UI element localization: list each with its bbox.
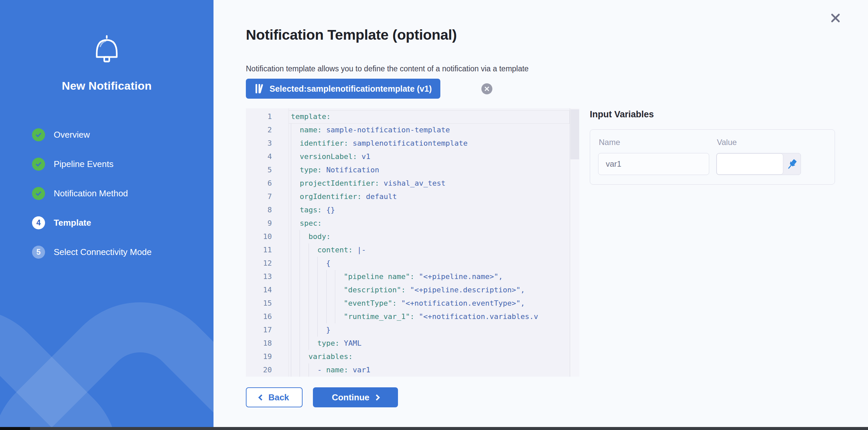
main-panel: Notification Template (optional) Notific… [214,0,868,430]
close-icon[interactable] [827,10,843,26]
code-line: 8tags: {} [246,203,580,217]
variable-value-input[interactable] [717,153,783,175]
sidebar-step-template[interactable]: 4Template [32,208,206,237]
code-line: 9spec: [246,217,580,230]
selected-template-label: Selected:samplenotificationtemplate (v1) [270,84,432,94]
step-check-icon [32,158,45,171]
continue-button[interactable]: Continue [313,387,398,407]
variable-name-input[interactable] [598,153,709,175]
chevron-right-icon [374,394,380,400]
step-number-badge: 5 [32,246,45,259]
wizard-sidebar: New Notification OverviewPipeline Events… [0,0,214,430]
line-number: 9 [246,217,272,230]
code-line: 3identifier: samplenotificationtemplate [246,137,580,150]
line-number: 10 [246,230,272,243]
window-bottom-edge-corner [0,427,30,430]
code-line: 17} [246,323,580,337]
line-number: 2 [246,123,272,137]
value-column-label: Value [717,138,737,147]
sidebar-step-notification-method[interactable]: Notification Method [32,179,206,208]
step-number-badge: 4 [32,216,45,229]
code-line: 10body: [246,230,580,243]
line-number: 11 [246,243,272,257]
back-button-label: Back [268,392,289,403]
harness-logo-watermark [0,257,214,430]
wizard-title: New Notification [0,79,214,92]
step-check-icon [32,128,45,141]
step-label: Select Connectivity Mode [54,247,151,257]
continue-button-label: Continue [332,392,370,403]
line-number: 13 [246,270,272,283]
name-column-label: Name [599,138,620,147]
code-line: 13"pipeline name": "<+pipeline.name>", [246,270,580,283]
template-library-icon [254,84,265,94]
code-line: 18type: YAML [246,337,580,350]
line-number: 4 [246,150,272,163]
step-label: Notification Method [54,188,128,199]
input-variables-title: Input Variables [590,109,654,120]
code-line: 14"description": "<+pipeline.description… [246,283,580,297]
pin-icon[interactable] [785,158,799,171]
code-line: 5type: Notification [246,163,580,177]
code-line: 2name: sample-notification-template [246,123,580,137]
step-check-icon [32,187,45,200]
code-line: 16"runtime_var_1": "<+notification.varia… [246,310,580,323]
line-number: 18 [246,337,272,350]
selected-template-chip[interactable]: Selected:samplenotificationtemplate (v1) [246,79,440,99]
line-number: 17 [246,323,272,337]
gutter-divider [288,108,289,377]
line-number: 3 [246,137,272,150]
line-number: 19 [246,350,272,363]
code-line: 20- name: var1 [246,363,580,377]
page-title: Notification Template (optional) [246,27,457,43]
code-line: 4versionLabel: v1 [246,150,580,163]
line-number: 14 [246,283,272,297]
line-number: 7 [246,190,272,203]
sidebar-step-select-connectivity-mode[interactable]: 5Select Connectivity Mode [32,237,206,267]
code-line: 7orgIdentifier: default [246,190,580,203]
line-number: 8 [246,203,272,217]
step-label: Overview [54,130,90,140]
line-number: 5 [246,163,272,177]
editor-scrollbar-divider [570,108,570,377]
back-button[interactable]: Back [246,387,303,407]
input-variables-card: Name Value [590,129,835,185]
code-line: 12{ [246,257,580,270]
line-number: 6 [246,177,272,190]
line-number: 12 [246,257,272,270]
code-line: 11content: |- [246,243,580,257]
line-number: 1 [246,110,272,123]
wizard-steps: OverviewPipeline EventsNotification Meth… [32,120,206,267]
remove-template-button[interactable] [482,83,492,94]
line-number: 20 [246,363,272,377]
step-label: Template [54,218,91,228]
window-bottom-edge [0,427,868,430]
code-line: 1template: [246,110,580,123]
bell-icon [91,32,123,65]
variable-value-control [716,153,801,175]
sidebar-step-pipeline-events[interactable]: Pipeline Events [32,149,206,179]
editor-scrollbar-thumb[interactable] [570,109,579,159]
code-line: 15"eventType": "<+notification.eventType… [246,297,580,310]
code-line: 19variables: [246,350,580,363]
line-number: 16 [246,310,272,323]
chevron-left-icon [258,394,265,400]
step-label: Pipeline Events [54,159,114,169]
line-number: 15 [246,297,272,310]
code-line: 6projectIdentifier: vishal_av_test [246,177,580,190]
page-description: Notification template allows you to defi… [246,64,529,73]
sidebar-step-overview[interactable]: Overview [32,120,206,149]
yaml-editor[interactable]: 1template:2name: sample-notification-tem… [246,108,580,377]
